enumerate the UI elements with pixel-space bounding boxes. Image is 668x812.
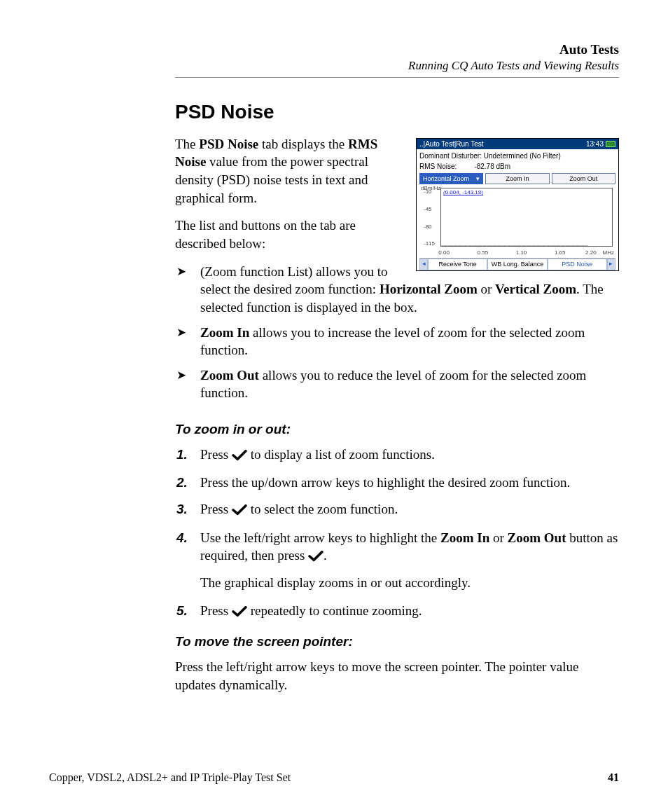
footer-product-name: Copper, VDSL2, ADSL2+ and IP Triple-Play… — [49, 771, 291, 784]
check-icon — [232, 502, 247, 521]
x-tick: 1.10 — [516, 249, 527, 257]
rms-value: -82.78 dBm — [474, 163, 510, 170]
step-4-note: The graphical display zooms in or out ac… — [200, 574, 619, 592]
battery-icon — [606, 141, 615, 147]
page-header-title: Auto Tests — [175, 42, 619, 57]
rms-label: RMS Noise: — [419, 163, 457, 170]
step-2: 2 Press the up/down arrow keys to highli… — [175, 474, 619, 492]
device-screenshot: ..|Auto Test|Run Test 13:43 Dominant Dis… — [416, 138, 619, 271]
zoom-out-button[interactable]: Zoom Out — [552, 173, 615, 184]
subhead-zoom: To zoom in or out: — [175, 420, 619, 439]
x-axis-unit: MHz — [603, 249, 614, 257]
section-heading: PSD Noise — [175, 99, 619, 125]
subhead-move-pointer: To move the screen pointer: — [175, 633, 619, 651]
x-tick: 0.00 — [438, 249, 450, 257]
y-tick: -45 — [424, 206, 432, 214]
bullet-zoom-list: (Zoom function List) allows you to selec… — [175, 263, 619, 317]
step-5: 5 Press repeatedly to continue zooming. — [175, 602, 619, 622]
x-tick: 1.65 — [555, 249, 566, 257]
x-tick: 2.20 — [585, 249, 597, 257]
y-tick: -115 — [424, 240, 435, 248]
chevron-down-icon: ▾ — [476, 175, 480, 182]
move-pointer-text: Press the left/right arrow keys to move … — [175, 658, 619, 694]
check-icon — [232, 604, 247, 622]
step-4: 4 Use the left/right arrow keys to highl… — [175, 529, 619, 592]
zoom-select-label: Horizontal Zoom — [423, 175, 469, 182]
header-rule — [175, 77, 619, 78]
screenshot-titlebar: ..|Auto Test|Run Test 13:43 — [417, 139, 618, 150]
rms-noise-row: RMS Noise: -82.78 dBm — [419, 162, 615, 172]
zoom-in-button[interactable]: Zoom In — [485, 173, 549, 184]
zoom-function-select[interactable]: Horizontal Zoom ▾ — [419, 173, 483, 184]
page-header-subtitle: Running CQ Auto Tests and Viewing Result… — [175, 59, 619, 73]
cursor-coord: (0.004, -143.18) — [443, 189, 483, 197]
dominant-disturber-row: Dominant Disturber: Undetermined (No Fil… — [419, 151, 615, 161]
screenshot-time: 13:43 — [586, 139, 604, 149]
check-icon — [232, 448, 247, 466]
noise-trace: ⎯⎯⎯⎯⎯⎯⎯⎯⎯⎯⎯⎯⎯⎯⎯⎯⎯⎯⎯⎯⎯⎯⎯⎯⎯⎯⎯⎯⎯⎯⎯⎯⎯⎯⎯⎯⎯⎯⎯⎯… — [440, 241, 613, 247]
psd-graph: dBm/Hz -10 -45 -80 -115 (0.004, -143.18)… — [421, 186, 614, 256]
y-tick: -80 — [424, 223, 432, 231]
bullet-zoom-out: Zoom Out allows you to reduce the level … — [175, 366, 619, 402]
x-tick: 0.55 — [478, 249, 489, 257]
screenshot-breadcrumb: ..|Auto Test|Run Test — [419, 139, 484, 149]
step-3: 3 Press to select the zoom function. — [175, 500, 619, 521]
page-number: 41 — [608, 771, 619, 784]
step-1: 1 Press to display a list of zoom functi… — [175, 446, 619, 466]
bullet-zoom-in: Zoom In allows you to increase the level… — [175, 324, 619, 359]
check-icon — [308, 549, 323, 567]
y-tick: -10 — [424, 188, 432, 196]
